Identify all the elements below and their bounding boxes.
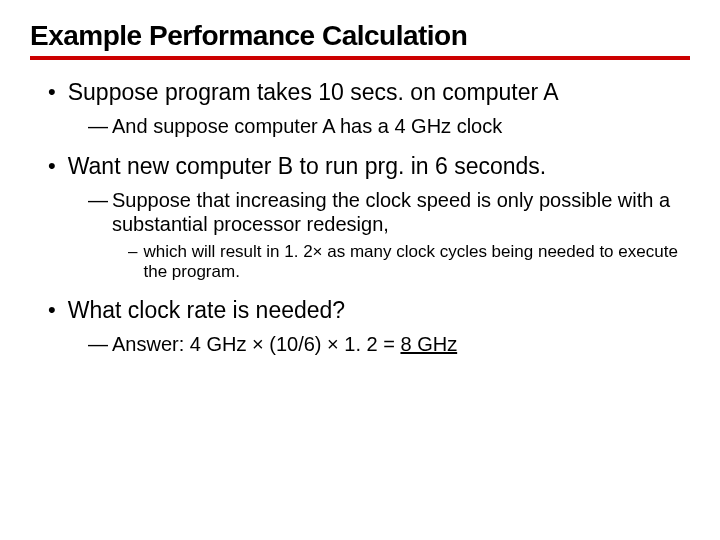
bullet-dot-icon: • [48, 296, 56, 324]
answer-result: 8 GHz [400, 333, 457, 355]
subbullet-text: Suppose that increasing the clock speed … [112, 188, 690, 236]
subbullet-redesign: — Suppose that increasing the clock spee… [88, 188, 690, 236]
answer-prefix: Answer: 4 GHz × (10/6) × 1. 2 = [112, 333, 400, 355]
subbullet-answer: — Answer: 4 GHz × (10/6) × 1. 2 = 8 GHz [88, 332, 690, 356]
subsubbullet-text: which will result in 1. 2× as many clock… [143, 242, 690, 282]
bullet-suppose-a: • Suppose program takes 10 secs. on comp… [48, 78, 690, 106]
bullet-question: • What clock rate is needed? [48, 296, 690, 324]
emdash-icon: — [88, 188, 108, 212]
answer-text: Answer: 4 GHz × (10/6) × 1. 2 = 8 GHz [112, 332, 457, 356]
bullet-dot-icon: • [48, 78, 56, 106]
subbullet-clock-a: — And suppose computer A has a 4 GHz clo… [88, 114, 690, 138]
bullet-text: Suppose program takes 10 secs. on comput… [68, 78, 559, 106]
emdash-icon: — [88, 332, 108, 356]
bullet-want-b: • Want new computer B to run prg. in 6 s… [48, 152, 690, 180]
emdash-icon: — [88, 114, 108, 138]
bullet-text: What clock rate is needed? [68, 296, 345, 324]
bullet-text: Want new computer B to run prg. in 6 sec… [68, 152, 547, 180]
slide-title: Example Performance Calculation [30, 20, 690, 60]
endash-icon: – [128, 242, 137, 262]
bullet-dot-icon: • [48, 152, 56, 180]
subbullet-text: And suppose computer A has a 4 GHz clock [112, 114, 502, 138]
subsubbullet-cycles: – which will result in 1. 2× as many clo… [128, 242, 690, 282]
